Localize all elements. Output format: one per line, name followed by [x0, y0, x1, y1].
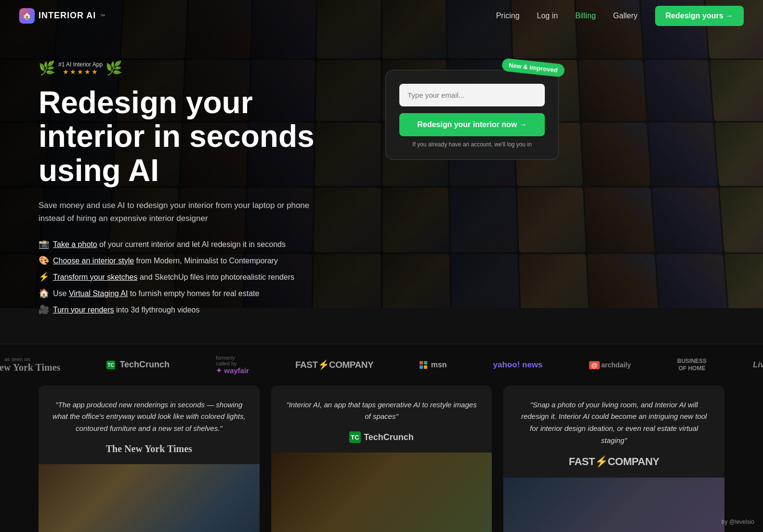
testimonial-tc-image — [271, 453, 492, 532]
feature-staging-icon: 🏠 — [39, 288, 49, 298]
feature-style: 🎨 Choose an interior style from Modern, … — [39, 255, 356, 266]
navbar: 🏠 INTERIOR AI ™ Pricing Log in Billing G… — [0, 0, 763, 31]
award-text: #1 AI Interior App ★★★★★ — [58, 61, 103, 76]
wreath-left-icon: 🌿 — [39, 60, 55, 76]
testimonial-nyt-text: "The app produced new renderings in seco… — [39, 386, 260, 464]
award-stars: ★★★★★ — [58, 68, 103, 76]
testimonial-nyt: "The app produced new renderings in seco… — [39, 386, 260, 532]
hero-heading: Redesign your interior in seconds using … — [39, 86, 356, 187]
testimonial-tc-source: TC TechCrunch — [285, 431, 479, 443]
feature-photo-text: of your current interior and let AI rede… — [97, 240, 286, 248]
source-fc-logo: FAST⚡COMPANY — [569, 455, 659, 468]
feature-staging-link[interactable]: Virtual Staging AI — [69, 289, 128, 298]
signup-card: Redesign your interior now → If you alre… — [385, 70, 559, 160]
award-wreath: 🌿 #1 AI Interior App ★★★★★ 🌿 — [39, 60, 122, 76]
feature-renders-text: into 3d flythrough videos — [114, 306, 200, 314]
testimonial-nyt-image — [39, 464, 260, 532]
signup-card-container: New & improved Redesign your interior no… — [385, 70, 559, 160]
source-tc-logo: TC TechCrunch — [349, 431, 414, 443]
feature-staging: 🏠 Use Virtual Staging AI to furnish empt… — [39, 288, 356, 298]
press-fastcompany: FAST⚡COMPANY — [295, 359, 373, 370]
feature-photo: 📸 Take a photo of your current interior … — [39, 239, 356, 249]
feature-style-link[interactable]: Choose an interior style — [53, 257, 134, 265]
brand-tm: ™ — [100, 13, 105, 19]
hero-content-left: 🌿 #1 AI Interior App ★★★★★ 🌿 Redesign yo… — [0, 31, 385, 344]
testimonial-fc-image — [503, 478, 724, 532]
brand-name: INTERIOR AI — [39, 11, 96, 21]
hero-features-list: 📸 Take a photo of your current interior … — [39, 239, 356, 315]
press-boh: BUSINESSOF HOME — [677, 358, 707, 372]
press-logos: as seen on The New York Times TC TechCru… — [39, 355, 724, 375]
nav-pricing[interactable]: Pricing — [496, 12, 520, 20]
feature-staging-text: to furnish empty homes for real estate — [128, 289, 259, 298]
testimonial-tc-text: "Interior AI, an app that taps generativ… — [271, 386, 492, 453]
feature-renders: 🎥 Turn your renders into 3d flythrough v… — [39, 304, 356, 315]
nav-login[interactable]: Log in — [537, 12, 558, 20]
feature-sketch-icon: ⚡ — [39, 272, 49, 282]
logo-link[interactable]: 🏠 INTERIOR AI ™ — [19, 8, 105, 24]
svg-rect-3 — [424, 361, 427, 364]
feature-renders-icon: 🎥 — [39, 304, 49, 315]
feature-sketch: ⚡ Transform your sketches and SketchUp f… — [39, 272, 356, 282]
nav-links: Pricing Log in Billing Gallery Redesign … — [496, 6, 744, 26]
feature-style-icon: 🎨 — [39, 255, 49, 266]
signup-note: If you already have an account, we'll lo… — [399, 141, 545, 148]
nav-gallery[interactable]: Gallery — [613, 12, 638, 20]
testimonial-tc-quote: "Interior AI, an app that taps generativ… — [285, 399, 479, 423]
wreath-right-icon: 🌿 — [105, 60, 122, 76]
feature-style-text: from Modern, Minimalist to Contemporary — [134, 257, 278, 265]
press-yahoo: yahoo! news — [493, 360, 543, 370]
testimonial-fc: "Snap a photo of your living room, and I… — [503, 386, 724, 532]
testimonial-fc-quote: "Snap a photo of your living room, and I… — [517, 399, 711, 447]
press-livingetc: Livingetc — [753, 360, 763, 370]
testimonials-section: "The app produced new renderings in seco… — [0, 386, 763, 532]
logo-icon: 🏠 — [19, 8, 35, 24]
nav-cta-button[interactable]: Redesign yours → — [655, 6, 744, 26]
press-bar: as seen on The New York Times TC TechCru… — [0, 344, 763, 386]
feature-photo-link[interactable]: Take a photo — [53, 240, 97, 248]
signup-cta-button[interactable]: Redesign your interior now → — [399, 113, 545, 136]
press-msn: msn — [420, 361, 447, 369]
feature-sketch-link[interactable]: Transform your sketches — [53, 273, 137, 281]
svg-rect-4 — [420, 365, 423, 369]
svg-text:TC: TC — [108, 363, 114, 368]
testimonial-fc-text: "Snap a photo of your living room, and I… — [503, 386, 724, 478]
testimonial-tc: "Interior AI, an app that taps generativ… — [271, 386, 492, 532]
award-title: #1 AI Interior App — [58, 61, 103, 68]
nav-billing[interactable]: Billing — [575, 12, 596, 20]
svg-rect-2 — [420, 361, 423, 364]
source-nyt-logo: The New York Times — [106, 443, 192, 454]
svg-text:TC: TC — [351, 434, 359, 441]
feature-sketch-text: and SketchUp files into photorealistic r… — [137, 273, 294, 281]
email-input[interactable] — [399, 84, 545, 106]
press-wayfair: formerly called by ✦ wayfair — [216, 355, 249, 375]
testimonial-fc-source: FAST⚡COMPANY — [517, 455, 711, 468]
press-nyt: as seen on The New York Times — [0, 356, 60, 373]
watermark: by @levelsio — [722, 519, 754, 525]
press-techcrunch: TC TechCrunch — [106, 360, 170, 370]
feature-photo-icon: 📸 — [39, 239, 49, 249]
svg-rect-5 — [424, 365, 427, 369]
hero-section: 🌿 #1 AI Interior App ★★★★★ 🌿 Redesign yo… — [0, 0, 763, 344]
award-badge: 🌿 #1 AI Interior App ★★★★★ 🌿 — [39, 60, 122, 76]
testimonial-nyt-source: The New York Times — [52, 443, 246, 454]
feature-staging-pre: Use — [53, 289, 69, 298]
press-archdaily: @archdaily — [589, 361, 631, 369]
testimonial-nyt-quote: "The app produced new renderings in seco… — [52, 399, 246, 435]
feature-renders-link[interactable]: Turn your renders — [53, 306, 114, 314]
hero-subtext: Save money and use AI to redesign your i… — [39, 199, 337, 225]
